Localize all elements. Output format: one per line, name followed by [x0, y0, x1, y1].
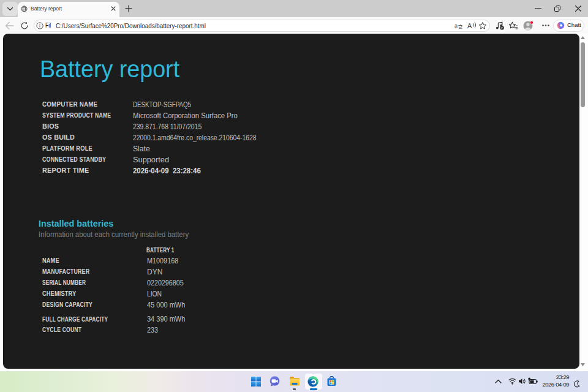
- svg-text:A: A: [467, 22, 472, 29]
- svg-text:a: a: [454, 23, 458, 29]
